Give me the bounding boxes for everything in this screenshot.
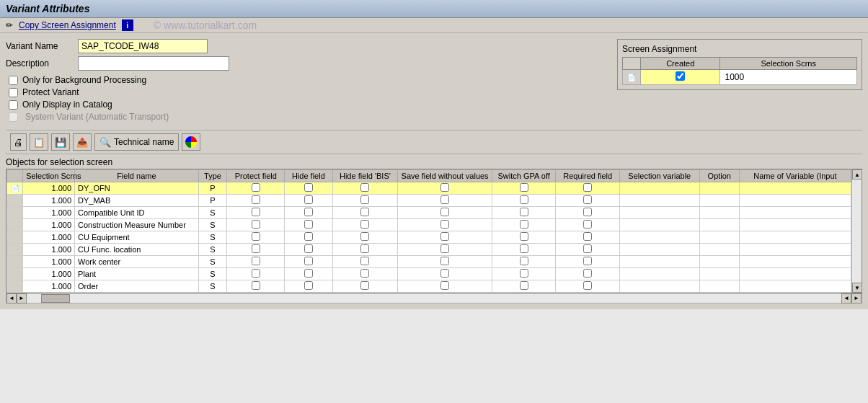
row-hidebis[interactable] <box>332 244 398 256</box>
row-save[interactable] <box>398 280 492 293</box>
row-hide[interactable] <box>285 244 332 256</box>
row-gpa[interactable] <box>492 244 556 256</box>
description-input[interactable] <box>78 56 229 71</box>
row-gpa[interactable] <box>492 280 556 293</box>
row-gpa[interactable] <box>492 268 556 280</box>
row-varname <box>739 256 851 268</box>
row-req[interactable] <box>556 231 620 244</box>
objects-section-label: Objects for selection screen <box>6 157 862 167</box>
row-save[interactable] <box>398 195 492 207</box>
h-scroll-end-right[interactable]: ► <box>851 293 862 304</box>
row-req[interactable] <box>556 268 620 280</box>
row-gpa[interactable] <box>492 207 556 219</box>
row-req[interactable] <box>556 280 620 293</box>
row-hidebis[interactable] <box>332 195 398 207</box>
row-hide[interactable] <box>285 256 332 268</box>
row-opt <box>699 280 739 293</box>
row-gpa[interactable] <box>492 256 556 268</box>
row-gpa[interactable] <box>492 219 556 231</box>
h-scroll-end-left[interactable]: ◄ <box>841 293 851 304</box>
row-hide[interactable] <box>285 207 332 219</box>
row-hidebis[interactable] <box>332 219 398 231</box>
th-save-field: Save field without values <box>398 170 492 182</box>
row-gpa[interactable] <box>492 195 556 207</box>
v-scroll-down[interactable]: ▼ <box>852 283 862 293</box>
row-type: S <box>198 231 227 244</box>
th-option: Option <box>699 170 739 182</box>
row-varname <box>739 268 851 280</box>
row-hide[interactable] <box>285 219 332 231</box>
row-icon <box>7 268 23 280</box>
row-hidebis[interactable] <box>332 268 398 280</box>
save-toolbar-btn[interactable]: 📋 <box>30 133 48 151</box>
row-type: S <box>198 280 227 293</box>
row-hidebis[interactable] <box>332 280 398 293</box>
color-toolbar-btn[interactable] <box>182 133 200 151</box>
protect-variant-checkbox[interactable] <box>9 88 18 97</box>
horizontal-scrollbar: ◄ ► ◄ ► <box>6 293 862 304</box>
row-prot[interactable] <box>227 219 285 231</box>
protect-variant-label: Protect Variant <box>22 87 79 97</box>
row-prot[interactable] <box>227 207 285 219</box>
row-save[interactable] <box>398 244 492 256</box>
row-hidebis[interactable] <box>332 256 398 268</box>
row-save[interactable] <box>398 231 492 244</box>
disk-toolbar-btn[interactable]: 💾 <box>51 133 70 151</box>
sa-row-checked[interactable] <box>641 70 720 85</box>
row-hidebis[interactable] <box>332 231 398 244</box>
technical-name-btn[interactable]: 🔍 Technical name <box>94 133 179 151</box>
row-type: S <box>198 207 227 219</box>
row-prot[interactable] <box>227 268 285 280</box>
row-req[interactable] <box>556 219 620 231</box>
print-toolbar-btn[interactable]: 🖨 <box>10 133 27 151</box>
row-hide[interactable] <box>285 280 332 293</box>
copy-screen-btn[interactable]: Copy Screen Assignment <box>19 20 116 30</box>
row-prot[interactable] <box>227 280 285 293</box>
row-prot[interactable] <box>227 231 285 244</box>
row-req[interactable] <box>556 244 620 256</box>
h-scroll-left[interactable]: ◄ <box>6 293 17 304</box>
row-hidebis[interactable] <box>332 207 398 219</box>
description-label: Description <box>6 58 78 68</box>
row-hidebis[interactable] <box>332 182 398 195</box>
row-icon <box>7 195 23 207</box>
row-save[interactable] <box>398 207 492 219</box>
row-hide[interactable] <box>285 195 332 207</box>
row-hide[interactable] <box>285 268 332 280</box>
row-varname <box>739 195 851 207</box>
v-scroll-up[interactable]: ▲ <box>852 169 862 180</box>
row-req[interactable] <box>556 195 620 207</box>
row-prot[interactable] <box>227 244 285 256</box>
vertical-scrollbar[interactable]: ▲ ▼ <box>851 169 862 293</box>
bg-processing-checkbox[interactable] <box>9 76 18 85</box>
row-save[interactable] <box>398 219 492 231</box>
row-prot[interactable] <box>227 182 285 195</box>
menu-bar: Copy Screen Assignment i © www.tutorialk… <box>0 18 868 33</box>
row-icon <box>7 219 23 231</box>
row-field-name: DY_OFN <box>75 182 199 195</box>
catalog-checkbox[interactable] <box>9 100 18 110</box>
h-scroll-right[interactable]: ► <box>17 293 27 304</box>
row-req[interactable] <box>556 256 620 268</box>
info-icon[interactable]: i <box>122 19 133 31</box>
row-gpa[interactable] <box>492 182 556 195</box>
variant-name-input[interactable] <box>78 39 208 53</box>
row-save[interactable] <box>398 182 492 195</box>
row-req[interactable] <box>556 207 620 219</box>
row-save[interactable] <box>398 268 492 280</box>
row-opt <box>699 207 739 219</box>
export-toolbar-btn[interactable]: 📤 <box>73 133 92 151</box>
sa-row-icon: 📄 <box>623 70 641 85</box>
th-field-name: Field name <box>75 170 199 182</box>
row-hide[interactable] <box>285 182 332 195</box>
row-save[interactable] <box>398 256 492 268</box>
row-prot[interactable] <box>227 195 285 207</box>
h-scroll-thumb[interactable] <box>41 294 70 303</box>
row-hide[interactable] <box>285 231 332 244</box>
row-req[interactable] <box>556 182 620 195</box>
screen-assignment-table: Created Selection Scrns 📄 1000 <box>622 57 857 85</box>
row-prot[interactable] <box>227 256 285 268</box>
table-toolbar: 🖨 📋 💾 📤 🔍 Technical name <box>6 130 862 154</box>
row-sel-scrns: 1.000 <box>23 231 75 244</box>
row-gpa[interactable] <box>492 231 556 244</box>
